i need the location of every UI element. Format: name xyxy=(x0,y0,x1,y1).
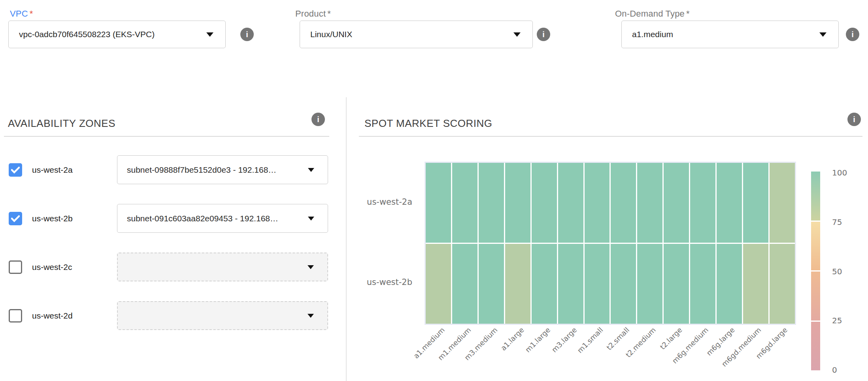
spot-market-scoring-info-icon[interactable]: i xyxy=(847,113,861,126)
vpc-label: VPC* xyxy=(10,9,33,19)
heatmap-cell-us-west-2b-m6gd.medium xyxy=(743,244,768,324)
zone-label-us-west-2a: us-west-2a xyxy=(32,163,73,177)
availability-zones-info-icon[interactable]: i xyxy=(311,113,325,126)
product-label: Product* xyxy=(295,9,331,19)
vpc-selected-value: vpc-0adcb70f645508223 (EKS-VPC) xyxy=(19,30,155,39)
on-demand-type-select[interactable]: a1.medium xyxy=(621,21,839,48)
heatmap-column-label: m1.large xyxy=(523,326,552,354)
subnet-select-us-west-2c[interactable] xyxy=(117,253,328,281)
info-icon-glyph: i xyxy=(317,115,319,124)
heatmap-cell-us-west-2b-m6g.large xyxy=(717,244,742,324)
checkbox-us-west-2c[interactable] xyxy=(9,260,22,274)
heatmap-cell-us-west-2b-m3.medium xyxy=(479,244,504,324)
product-selected-value: Linux/UNIX xyxy=(310,30,352,39)
heatmap-cell-us-west-2a-m3.large xyxy=(558,163,583,243)
info-icon-glyph: i xyxy=(542,30,545,39)
vpc-select[interactable]: vpc-0adcb70f645508223 (EKS-VPC) xyxy=(8,21,226,48)
colorbar xyxy=(811,172,820,370)
spot-market-scoring-divider xyxy=(359,136,862,137)
colorbar-tick-label: 0 xyxy=(832,365,837,375)
subnet-selected-value: subnet-091c603aa82e09453 - 192.168… xyxy=(127,214,278,223)
heatmap-cell-us-west-2a-t2.small xyxy=(611,163,636,243)
heatmap-cell-us-west-2b-t2.large xyxy=(664,244,689,324)
product-info-icon[interactable]: i xyxy=(537,28,550,41)
info-icon-glyph: i xyxy=(246,30,248,39)
availability-zones-divider xyxy=(4,136,329,137)
heatmap-cell-us-west-2b-m6gd.large xyxy=(770,244,795,324)
heatmap-cell-us-west-2a-m6g.medium xyxy=(690,163,715,243)
colorbar-tick-label: 50 xyxy=(832,267,842,276)
dropdown-arrow-icon xyxy=(206,32,213,37)
heatmap-grid xyxy=(425,162,796,325)
heatmap-cell-us-west-2b-t2.small xyxy=(611,244,636,324)
dropdown-arrow-icon xyxy=(308,168,314,172)
availability-zones-title: AVAILABILITY ZONES xyxy=(8,117,115,130)
checkbox-us-west-2d[interactable] xyxy=(9,309,22,323)
heatmap-cell-us-west-2a-t2.large xyxy=(664,163,689,243)
zone-label-us-west-2c: us-west-2c xyxy=(32,260,72,274)
colorbar-segment xyxy=(811,222,820,271)
on-demand-type-label: On-Demand Type* xyxy=(615,9,690,19)
panel-divider xyxy=(346,97,347,381)
dropdown-arrow-icon xyxy=(308,265,314,269)
heatmap-cell-us-west-2a-m1.large xyxy=(532,163,557,243)
on-demand-type-info-icon[interactable]: i xyxy=(846,28,859,41)
vpc-required-asterisk: * xyxy=(30,9,33,19)
zone-label-us-west-2d: us-west-2d xyxy=(32,309,73,323)
heatmap-cell-us-west-2b-m1.medium xyxy=(452,244,477,324)
colorbar-segment xyxy=(811,172,820,221)
dropdown-arrow-icon xyxy=(308,217,314,221)
colorbar-segment xyxy=(811,322,820,371)
heatmap-row-label: us-west-2b xyxy=(367,277,412,287)
subnet-select-us-west-2a[interactable]: subnet-09888f7be5152d0e3 - 192.168… xyxy=(117,155,328,184)
dropdown-arrow-icon xyxy=(819,32,826,37)
heatmap-cell-us-west-2a-m6g.large xyxy=(717,163,742,243)
heatmap-cell-us-west-2b-a1.large xyxy=(505,244,530,324)
heatmap-cell-us-west-2b-t2.medium xyxy=(637,244,662,324)
vpc-info-icon[interactable]: i xyxy=(240,28,254,41)
checkbox-us-west-2a[interactable] xyxy=(9,163,22,177)
heatmap-row-label: us-west-2a xyxy=(367,197,412,207)
heatmap-column-label: t2.small xyxy=(605,326,631,352)
heatmap-column-label: m1.small xyxy=(576,326,604,355)
heatmap-cell-us-west-2b-m3.large xyxy=(558,244,583,324)
heatmap-cell-us-west-2b-m1.large xyxy=(532,244,557,324)
product-select[interactable]: Linux/UNIX xyxy=(300,21,533,48)
product-required-asterisk: * xyxy=(327,9,331,19)
checkbox-us-west-2b[interactable] xyxy=(9,212,22,225)
subnet-selected-value: subnet-09888f7be5152d0e3 - 192.168… xyxy=(127,165,276,175)
subnet-select-us-west-2b[interactable]: subnet-091c603aa82e09453 - 192.168… xyxy=(117,204,328,233)
heatmap-cell-us-west-2a-m1.medium xyxy=(452,163,477,243)
subnet-select-us-west-2d[interactable] xyxy=(117,301,328,330)
info-icon-glyph: i xyxy=(851,30,854,39)
heatmap-column-label: t2.large xyxy=(658,326,683,351)
zone-label-us-west-2b: us-west-2b xyxy=(32,212,73,225)
page: VPC* vpc-0adcb70f645508223 (EKS-VPC) i P… xyxy=(0,0,868,381)
colorbar-segment xyxy=(811,272,820,321)
spot-market-scoring-title: SPOT MARKET SCORING xyxy=(364,117,492,130)
info-icon-glyph: i xyxy=(853,115,855,124)
heatmap-cell-us-west-2b-a1.medium xyxy=(426,244,451,324)
product-label-text: Product xyxy=(295,9,326,19)
heatmap-cell-us-west-2a-m1.small xyxy=(585,163,610,243)
colorbar-tick-label: 75 xyxy=(832,217,842,227)
dropdown-arrow-icon xyxy=(513,32,521,37)
heatmap-cell-us-west-2b-m1.small xyxy=(585,244,610,324)
heatmap-cell-us-west-2a-t2.medium xyxy=(637,163,662,243)
heatmap-column-label: a1.large xyxy=(499,326,525,352)
checkmark-icon xyxy=(11,166,20,174)
vpc-label-text: VPC xyxy=(10,9,28,19)
on-demand-type-selected-value: a1.medium xyxy=(632,30,673,39)
heatmap-cell-us-west-2a-m3.medium xyxy=(479,163,504,243)
heatmap-column-label: m3.large xyxy=(550,326,578,354)
heatmap-cell-us-west-2a-m6gd.large xyxy=(770,163,795,243)
on-demand-required-asterisk: * xyxy=(686,9,690,19)
on-demand-type-label-text: On-Demand Type xyxy=(615,9,685,19)
heatmap-cell-us-west-2a-a1.medium xyxy=(426,163,451,243)
checkmark-icon xyxy=(11,215,20,222)
colorbar-tick-label: 25 xyxy=(832,316,842,325)
heatmap-cell-us-west-2a-a1.large xyxy=(505,163,530,243)
colorbar-tick-label: 100 xyxy=(832,168,847,177)
heatmap-cell-us-west-2b-m6g.medium xyxy=(690,244,715,324)
dropdown-arrow-icon xyxy=(308,314,314,318)
